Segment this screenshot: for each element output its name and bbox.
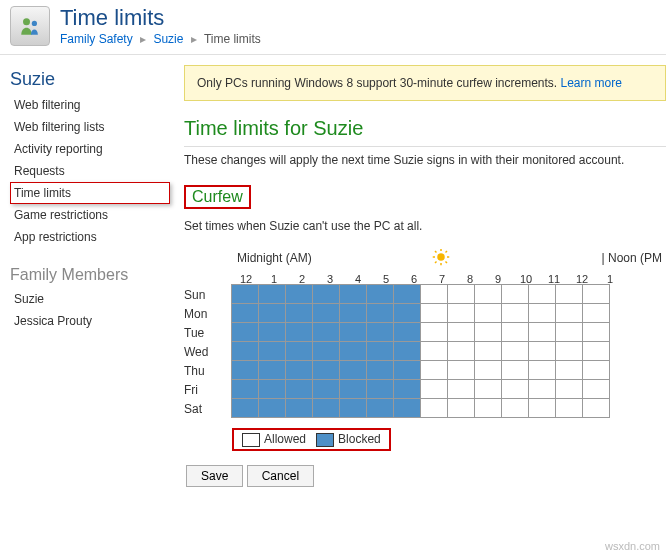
schedule-cell[interactable] — [339, 284, 367, 304]
schedule-cell[interactable] — [393, 398, 421, 418]
schedule-cell[interactable] — [582, 379, 610, 399]
schedule-cell[interactable] — [285, 322, 313, 342]
sidebar-item-time-limits[interactable]: Time limits — [10, 182, 170, 204]
schedule-cell[interactable] — [393, 284, 421, 304]
schedule-cell[interactable] — [285, 341, 313, 361]
schedule-cell[interactable] — [258, 303, 286, 323]
schedule-cell[interactable] — [474, 360, 502, 380]
schedule-cell[interactable] — [447, 322, 475, 342]
schedule-cell[interactable] — [366, 341, 394, 361]
schedule-cell[interactable] — [555, 303, 583, 323]
schedule-cell[interactable] — [474, 322, 502, 342]
schedule-cell[interactable] — [447, 284, 475, 304]
schedule-cell[interactable] — [366, 398, 394, 418]
schedule-cell[interactable] — [420, 360, 448, 380]
schedule-cell[interactable] — [312, 284, 340, 304]
schedule-cell[interactable] — [420, 322, 448, 342]
schedule-cell[interactable] — [474, 341, 502, 361]
family-member-suzie[interactable]: Suzie — [10, 288, 170, 310]
schedule-cell[interactable] — [447, 303, 475, 323]
schedule-cell[interactable] — [528, 398, 556, 418]
schedule-cell[interactable] — [312, 379, 340, 399]
schedule-cell[interactable] — [231, 360, 259, 380]
sidebar-item-requests[interactable]: Requests — [10, 160, 170, 182]
schedule-cell[interactable] — [528, 360, 556, 380]
schedule-cell[interactable] — [447, 379, 475, 399]
sidebar-item-web-filtering[interactable]: Web filtering — [10, 94, 170, 116]
schedule-cell[interactable] — [555, 398, 583, 418]
schedule-cell[interactable] — [339, 341, 367, 361]
schedule-cell[interactable] — [339, 379, 367, 399]
schedule-cell[interactable] — [231, 341, 259, 361]
schedule-cell[interactable] — [582, 341, 610, 361]
schedule-cell[interactable] — [555, 284, 583, 304]
schedule-cell[interactable] — [501, 322, 529, 342]
schedule-cell[interactable] — [447, 341, 475, 361]
schedule-cell[interactable] — [420, 284, 448, 304]
schedule-cell[interactable] — [366, 303, 394, 323]
schedule-cell[interactable] — [339, 398, 367, 418]
schedule-cell[interactable] — [231, 284, 259, 304]
schedule-cell[interactable] — [501, 303, 529, 323]
schedule-cell[interactable] — [339, 360, 367, 380]
family-member-jessica-prouty[interactable]: Jessica Prouty — [10, 310, 170, 332]
schedule-cell[interactable] — [555, 360, 583, 380]
schedule-cell[interactable] — [555, 322, 583, 342]
sidebar-item-app-restrictions[interactable]: App restrictions — [10, 226, 170, 248]
schedule-cell[interactable] — [420, 341, 448, 361]
schedule-cell[interactable] — [582, 303, 610, 323]
schedule-cell[interactable] — [312, 360, 340, 380]
schedule-cell[interactable] — [528, 379, 556, 399]
schedule-cell[interactable] — [339, 303, 367, 323]
schedule-cell[interactable] — [528, 341, 556, 361]
schedule-cell[interactable] — [339, 322, 367, 342]
schedule-cell[interactable] — [231, 398, 259, 418]
breadcrumb-root[interactable]: Family Safety — [60, 32, 133, 46]
schedule-cell[interactable] — [474, 398, 502, 418]
schedule-cell[interactable] — [501, 360, 529, 380]
schedule-cell[interactable] — [231, 322, 259, 342]
schedule-cell[interactable] — [285, 360, 313, 380]
schedule-cell[interactable] — [420, 303, 448, 323]
schedule-cell[interactable] — [366, 284, 394, 304]
schedule-cell[interactable] — [285, 284, 313, 304]
schedule-cell[interactable] — [366, 360, 394, 380]
schedule-cell[interactable] — [393, 303, 421, 323]
schedule-cell[interactable] — [258, 341, 286, 361]
schedule-cell[interactable] — [285, 398, 313, 418]
schedule-cell[interactable] — [555, 341, 583, 361]
schedule-cell[interactable] — [528, 284, 556, 304]
schedule-cell[interactable] — [312, 398, 340, 418]
schedule-cell[interactable] — [501, 379, 529, 399]
schedule-grid[interactable]: SunMonTueWedThuFriSat — [184, 285, 666, 418]
schedule-cell[interactable] — [393, 360, 421, 380]
schedule-cell[interactable] — [447, 398, 475, 418]
breadcrumb-user[interactable]: Suzie — [153, 32, 183, 46]
schedule-cell[interactable] — [501, 398, 529, 418]
schedule-cell[interactable] — [393, 379, 421, 399]
schedule-cell[interactable] — [555, 379, 583, 399]
sidebar-item-web-filtering-lists[interactable]: Web filtering lists — [10, 116, 170, 138]
schedule-cell[interactable] — [258, 379, 286, 399]
schedule-cell[interactable] — [231, 379, 259, 399]
schedule-cell[interactable] — [420, 398, 448, 418]
notice-learn-more-link[interactable]: Learn more — [561, 76, 622, 90]
sidebar-item-activity-reporting[interactable]: Activity reporting — [10, 138, 170, 160]
schedule-cell[interactable] — [312, 322, 340, 342]
schedule-cell[interactable] — [582, 360, 610, 380]
schedule-cell[interactable] — [366, 322, 394, 342]
schedule-cell[interactable] — [285, 303, 313, 323]
save-button[interactable]: Save — [186, 465, 243, 487]
schedule-cell[interactable] — [501, 284, 529, 304]
schedule-cell[interactable] — [582, 398, 610, 418]
schedule-cell[interactable] — [474, 379, 502, 399]
schedule-cell[interactable] — [312, 341, 340, 361]
schedule-cell[interactable] — [528, 322, 556, 342]
schedule-cell[interactable] — [393, 341, 421, 361]
schedule-cell[interactable] — [258, 284, 286, 304]
schedule-cell[interactable] — [231, 303, 259, 323]
schedule-cell[interactable] — [420, 379, 448, 399]
schedule-cell[interactable] — [258, 322, 286, 342]
schedule-cell[interactable] — [501, 341, 529, 361]
schedule-cell[interactable] — [582, 284, 610, 304]
